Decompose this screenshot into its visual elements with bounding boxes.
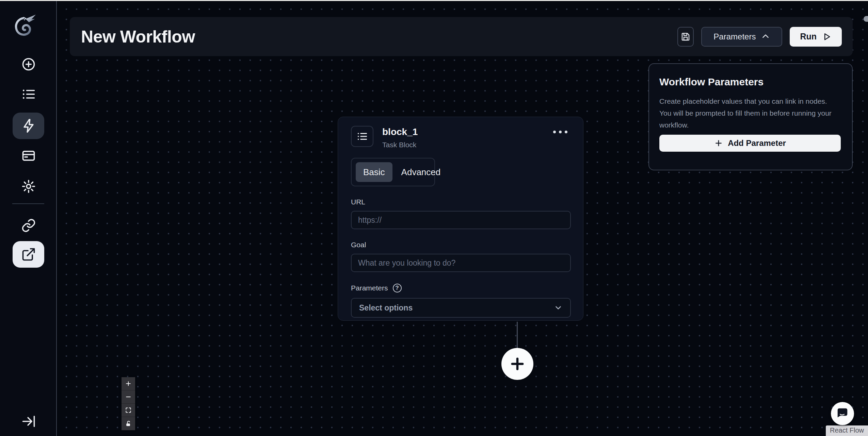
skyvern-dragon-logo <box>8 13 39 40</box>
block-options-menu-button[interactable] <box>551 129 569 135</box>
sidebar-item-external[interactable] <box>13 241 44 268</box>
parameters-toggle-button[interactable]: Parameters <box>701 27 782 47</box>
list-icon <box>356 131 368 142</box>
save-button[interactable] <box>677 27 694 47</box>
sidebar-item-settings[interactable] <box>13 173 44 200</box>
parameters-select[interactable]: Select options <box>351 298 571 318</box>
task-block-header: block_1 Task Block <box>351 126 570 149</box>
panel-description: Create placeholder values that you can l… <box>659 95 842 131</box>
fit-view-button[interactable] <box>122 404 135 417</box>
credit-card-icon <box>21 148 36 163</box>
page-title: New Workflow <box>81 27 195 47</box>
block-name: block_1 <box>382 127 418 137</box>
arrow-right-to-line-icon <box>21 414 36 429</box>
url-label: URL <box>351 198 570 206</box>
dot <box>559 131 562 133</box>
app-sidebar <box>0 1 57 436</box>
fit-view-icon <box>125 407 132 414</box>
plus-icon <box>125 380 132 387</box>
dot <box>553 131 556 133</box>
url-input[interactable] <box>351 211 571 229</box>
play-icon <box>822 32 832 41</box>
lock-toggle-button[interactable] <box>122 417 135 430</box>
add-block-button[interactable] <box>501 348 533 380</box>
plus-circle-icon <box>21 57 36 72</box>
tab-basic[interactable]: Basic <box>356 162 392 182</box>
minus-icon <box>125 393 132 400</box>
run-button[interactable]: Run <box>790 27 842 47</box>
run-button-label: Run <box>800 32 817 41</box>
dot <box>565 131 567 133</box>
external-link-icon <box>21 247 36 262</box>
sidebar-item-billing[interactable] <box>13 142 44 169</box>
tab-advanced[interactable]: Advanced <box>394 162 448 182</box>
goal-input[interactable] <box>351 254 571 272</box>
plus-icon <box>509 355 526 373</box>
edge-connector <box>517 322 518 349</box>
sidebar-expand-button[interactable] <box>13 408 44 435</box>
scrollbar-thumb[interactable] <box>864 16 868 22</box>
task-block-node[interactable]: block_1 Task Block Basic Advanced URL Go… <box>338 117 583 321</box>
goal-label: Goal <box>351 241 570 249</box>
chat-widget-button[interactable] <box>831 402 854 425</box>
sidebar-item-create[interactable] <box>13 51 44 78</box>
sidebar-item-integrations[interactable] <box>13 212 44 239</box>
parameters-toggle-label: Parameters <box>713 32 756 41</box>
add-parameter-button[interactable]: Add Parameter <box>659 135 841 152</box>
sidebar-item-workflows[interactable] <box>13 113 44 139</box>
list-icon <box>21 87 36 102</box>
save-icon <box>680 32 691 42</box>
parameters-select-placeholder: Select options <box>359 303 413 313</box>
panel-title: Workflow Parameters <box>659 76 842 88</box>
react-flow-attribution[interactable]: React Flow <box>826 425 868 436</box>
gear-icon <box>21 179 36 194</box>
block-type-icon-box <box>351 126 373 147</box>
unlock-icon <box>125 420 132 427</box>
link-icon <box>21 218 36 233</box>
zoom-in-button[interactable] <box>122 377 135 390</box>
zap-icon <box>21 118 36 133</box>
parameters-label: Parameters ? <box>351 284 570 292</box>
header-actions: Parameters Run <box>677 27 842 47</box>
block-type-label: Task Block <box>382 141 418 149</box>
workflow-header: New Workflow Parameters Run <box>70 17 853 56</box>
block-mode-tabs: Basic Advanced <box>351 158 435 186</box>
chat-bubble-icon <box>836 407 849 420</box>
help-circle-icon[interactable]: ? <box>393 284 402 292</box>
zoom-out-button[interactable] <box>122 390 135 404</box>
canvas-controls <box>122 377 135 430</box>
workflow-parameters-panel: Workflow Parameters Create placeholder v… <box>648 63 853 170</box>
sidebar-divider <box>12 203 44 204</box>
block-titles: block_1 Task Block <box>382 126 418 149</box>
plus-icon <box>714 139 723 148</box>
sidebar-item-tasks[interactable] <box>13 81 44 107</box>
add-parameter-label: Add Parameter <box>728 138 786 148</box>
chevron-up-icon <box>761 32 770 41</box>
window-top-edge <box>0 0 868 1</box>
chevron-down-icon <box>554 303 563 312</box>
